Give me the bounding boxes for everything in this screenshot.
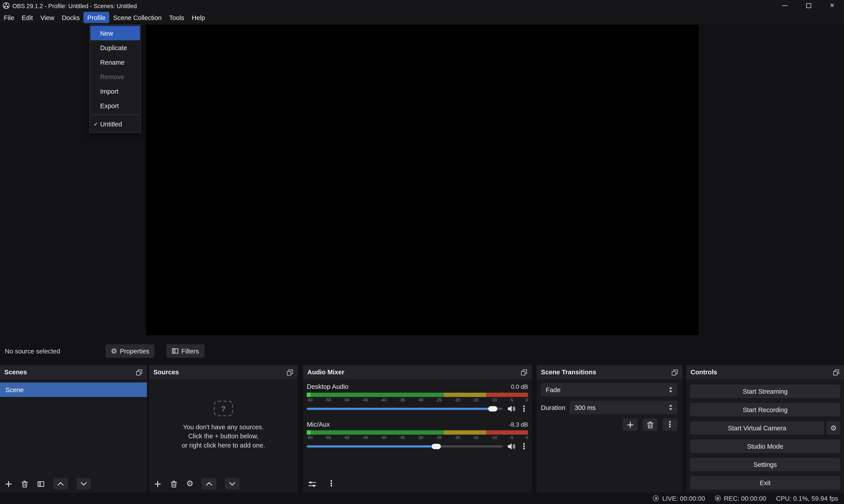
meter-tick-label: -50 xyxy=(344,397,349,403)
scenes-panel-header[interactable]: Scenes xyxy=(0,365,147,379)
menu-edit[interactable]: Edit xyxy=(18,12,37,23)
speaker-icon[interactable] xyxy=(507,405,516,413)
start-streaming-button[interactable]: Start Streaming xyxy=(690,385,840,398)
speaker-icon[interactable] xyxy=(507,443,516,450)
preview-canvas[interactable] xyxy=(146,25,698,335)
menu-help[interactable]: Help xyxy=(188,12,209,23)
audio-mixer-header[interactable]: Audio Mixer xyxy=(303,365,532,379)
profile-menu-import[interactable]: Import xyxy=(90,84,140,98)
menu-view[interactable]: View xyxy=(37,12,58,23)
meter-tick-label: -20 xyxy=(454,397,460,403)
profile-menu-untitled[interactable]: ✓ Untitled xyxy=(90,117,140,131)
popout-icon[interactable] xyxy=(136,369,143,376)
channel-options-kebab-icon[interactable]: ⋮ xyxy=(520,405,528,413)
filters-button[interactable]: Filters xyxy=(166,344,204,358)
live-time: LIVE: 00:00:00 xyxy=(662,494,705,502)
gear-icon: ⚙ xyxy=(830,425,837,431)
properties-button[interactable]: ⚙ Properties xyxy=(106,344,155,358)
meter-tick-label: -60 xyxy=(307,435,313,440)
scenes-panel: Scenes Scene xyxy=(0,365,147,493)
no-source-label: No source selected xyxy=(5,347,60,355)
slider-handle[interactable] xyxy=(488,406,498,412)
channel-options-kebab-icon[interactable]: ⋮ xyxy=(520,443,528,451)
scene-filters-icon[interactable] xyxy=(37,480,44,487)
spinner-arrows-icon[interactable] xyxy=(667,404,674,410)
duration-label: Duration xyxy=(541,404,565,411)
studio-mode-button[interactable]: Studio Mode xyxy=(690,439,840,453)
slider-handle[interactable] xyxy=(431,444,441,449)
meter-tick-label: -30 xyxy=(417,397,424,403)
remove-source-button[interactable] xyxy=(170,480,178,487)
mixer-toolbar: ⋮ xyxy=(303,475,532,493)
check-icon: ✓ xyxy=(93,117,99,131)
menu-file[interactable]: File xyxy=(0,12,18,23)
advanced-audio-icon[interactable] xyxy=(308,480,316,487)
menu-tools[interactable]: Tools xyxy=(165,12,188,23)
source-toolbar: No source selected ⚙ Properties Filters xyxy=(0,344,844,359)
add-scene-button[interactable] xyxy=(5,480,12,487)
maximize-icon xyxy=(806,3,811,8)
meter-tick-label: -15 xyxy=(473,435,479,440)
start-virtual-camera-button[interactable]: Start Virtual Camera xyxy=(690,421,824,434)
volume-meter xyxy=(307,430,528,435)
scene-transitions-header[interactable]: Scene Transitions xyxy=(537,365,682,379)
profile-menu-rename[interactable]: Rename xyxy=(90,55,140,70)
audio-mixer-panel: Audio Mixer Desktop Audio 0.0 dB -60-55-… xyxy=(303,365,532,493)
popout-icon[interactable] xyxy=(521,369,528,376)
remove-transition-button[interactable] xyxy=(643,418,657,431)
meter-tick-label: -40 xyxy=(380,435,387,440)
meter-scale: -60-55-50-45-40-35-30-25-20-15-10-50 xyxy=(307,397,528,403)
mixer-options-kebab-icon[interactable]: ⋮ xyxy=(327,480,336,488)
virtual-camera-settings-button[interactable]: ⚙ xyxy=(827,421,840,434)
channel-name: Mic/Aux xyxy=(307,421,330,428)
popout-icon[interactable] xyxy=(671,369,678,376)
remove-scene-button[interactable] xyxy=(21,480,29,487)
add-source-button[interactable] xyxy=(154,480,161,487)
controls-panel-title: Controls xyxy=(690,368,717,376)
empty-line: Click the + button below, xyxy=(182,432,265,441)
profile-menu-export[interactable]: Export xyxy=(90,98,140,113)
cpu-fps-stats: CPU: 0.1%, 59.94 fps xyxy=(776,494,838,502)
audio-mixer-title: Audio Mixer xyxy=(307,368,344,376)
volume-meter xyxy=(307,393,528,397)
menu-docks[interactable]: Docks xyxy=(58,12,84,23)
menu-profile[interactable]: Profile xyxy=(84,12,109,23)
close-button[interactable]: ✕ xyxy=(820,0,844,11)
kebab-icon: ⋮ xyxy=(666,421,674,429)
move-source-down-button[interactable] xyxy=(225,478,240,489)
popout-icon[interactable] xyxy=(833,369,840,376)
close-icon: ✕ xyxy=(830,3,835,8)
exit-button[interactable]: Exit xyxy=(690,476,840,489)
move-source-up-button[interactable] xyxy=(202,478,217,489)
minimize-button[interactable] xyxy=(773,0,797,11)
meter-tick-label: -25 xyxy=(436,397,442,403)
meter-tick-label: -5 xyxy=(509,435,513,440)
move-scene-up-button[interactable] xyxy=(53,478,68,489)
menu-scene-collection[interactable]: Scene Collection xyxy=(109,12,165,23)
duration-input[interactable]: 300 ms xyxy=(570,401,677,414)
move-scene-down-button[interactable] xyxy=(76,478,91,489)
sources-panel-title: Sources xyxy=(154,368,179,376)
settings-button[interactable]: Settings xyxy=(690,458,840,471)
volume-slider[interactable] xyxy=(307,442,503,451)
profile-menu-duplicate[interactable]: Duplicate xyxy=(90,40,140,55)
add-transition-button[interactable] xyxy=(623,418,638,431)
sources-panel-header[interactable]: Sources xyxy=(149,365,298,379)
transition-value: Fade xyxy=(546,386,561,393)
controls-panel-header[interactable]: Controls xyxy=(686,365,844,379)
source-properties-gear-icon[interactable]: ⚙ xyxy=(186,480,194,488)
start-recording-button[interactable]: Start Recording xyxy=(690,403,840,416)
meter-tick-label: -30 xyxy=(417,435,424,440)
popout-icon[interactable] xyxy=(286,369,293,376)
meter-tick-label: -25 xyxy=(436,435,442,440)
combo-arrows-icon[interactable] xyxy=(667,387,674,393)
profile-menu-new[interactable]: New xyxy=(90,26,140,40)
scene-list-item[interactable]: Scene xyxy=(0,382,147,397)
transition-options-button[interactable]: ⋮ xyxy=(663,418,677,431)
transition-select[interactable]: Fade xyxy=(541,383,677,396)
obs-logo-icon[interactable] xyxy=(3,2,10,9)
volume-slider[interactable] xyxy=(307,404,503,413)
meter-tick-label: -60 xyxy=(307,397,313,403)
maximize-button[interactable] xyxy=(796,0,820,11)
rec-time: REC: 00:00:00 xyxy=(724,494,767,502)
